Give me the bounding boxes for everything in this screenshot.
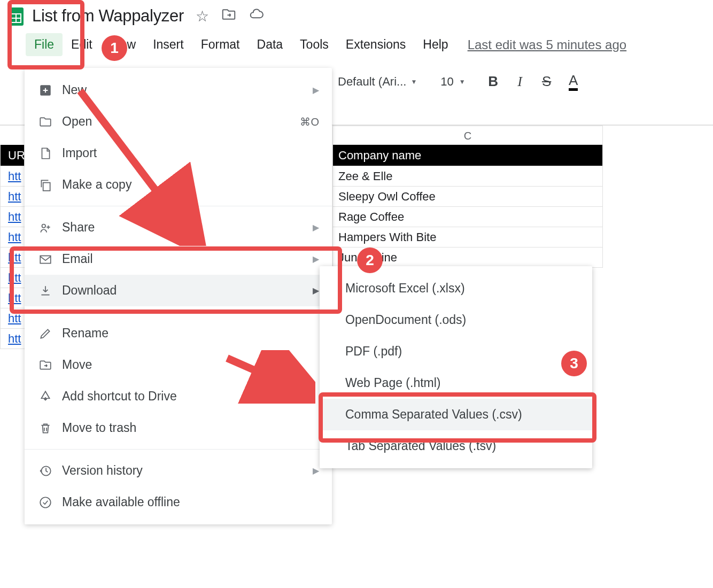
menu-insert[interactable]: Insert	[144, 33, 192, 56]
menu-available-offline[interactable]: Make available offline	[25, 486, 332, 518]
menu-label: Move	[62, 358, 92, 372]
annotation-arrow-icon	[219, 350, 315, 404]
download-xlsx[interactable]: Microsoft Excel (.xlsx)	[320, 273, 592, 304]
download-tsv[interactable]: Tab Separated Values (.tsv)	[320, 430, 592, 462]
strikethrough-button[interactable]: S	[537, 73, 556, 90]
menu-label: Version history	[62, 463, 143, 478]
menu-download[interactable]: Download ▶	[25, 275, 332, 306]
svg-line-10	[80, 91, 182, 225]
svg-point-9	[40, 497, 51, 508]
download-ods[interactable]: OpenDocument (.ods)	[320, 304, 592, 336]
cell-header[interactable]: URL	[0, 145, 25, 166]
table-row[interactable]: htt	[0, 329, 25, 349]
font-size-label: 10	[440, 75, 453, 89]
menu-label: Make available offline	[62, 495, 180, 509]
menu-rename[interactable]: Rename	[25, 318, 332, 349]
annotation-badge: 1	[102, 35, 127, 61]
chevron-down-icon: ▼	[410, 78, 417, 86]
menu-label: Email	[62, 252, 93, 266]
chevron-right-icon: ▶	[313, 285, 319, 296]
table-row[interactable]: htt	[0, 288, 25, 308]
download-csv[interactable]: Comma Separated Values (.csv)	[320, 399, 592, 430]
table-row[interactable]: Zee & Elle	[332, 166, 603, 187]
drive-shortcut-icon	[37, 390, 53, 404]
menu-extensions[interactable]: Extensions	[337, 33, 415, 56]
folder-icon	[37, 115, 53, 129]
table-row[interactable]: Hampers With Bite	[332, 227, 603, 247]
cloud-status-icon[interactable]	[249, 6, 265, 26]
svg-point-6	[42, 224, 46, 228]
menu-edit[interactable]: Edit	[63, 33, 101, 56]
svg-rect-5	[43, 182, 50, 190]
chevron-right-icon: ▶	[313, 222, 319, 233]
text-color-button[interactable]: A	[564, 72, 583, 91]
menu-tools[interactable]: Tools	[291, 33, 337, 56]
table-row[interactable]: Sleepy Owl Coffee	[332, 187, 603, 207]
download-submenu: Microsoft Excel (.xlsx) OpenDocument (.o…	[320, 266, 592, 468]
annotation-badge: 3	[561, 351, 587, 376]
move-icon	[37, 358, 53, 372]
pencil-icon	[37, 327, 53, 341]
table-row[interactable]: htt	[0, 227, 25, 247]
menu-file[interactable]: File	[26, 33, 63, 56]
share-icon	[37, 221, 53, 235]
menu-format[interactable]: Format	[192, 33, 249, 56]
chevron-right-icon: ▶	[313, 85, 319, 95]
divider	[25, 312, 332, 312]
copy-icon	[37, 178, 53, 192]
svg-line-11	[227, 358, 294, 388]
annotation-arrow-icon	[69, 80, 208, 246]
menu-label: Rename	[62, 326, 108, 341]
table-row[interactable]: htt	[0, 207, 25, 227]
italic-button[interactable]: I	[510, 74, 530, 90]
menu-data[interactable]: Data	[249, 33, 292, 56]
download-pdf[interactable]: PDF (.pdf)	[320, 336, 592, 367]
download-html[interactable]: Web Page (.html)	[320, 367, 592, 399]
sheets-logo-icon	[5, 5, 27, 27]
svg-rect-7	[40, 256, 51, 263]
last-edit-link[interactable]: Last edit was 5 minutes ago	[468, 37, 627, 52]
email-icon	[37, 252, 53, 266]
trash-icon	[37, 421, 53, 435]
font-name-select[interactable]: Default (Ari... ▼	[338, 75, 417, 89]
menu-move-trash[interactable]: Move to trash	[25, 412, 332, 444]
import-icon	[37, 146, 53, 160]
offline-icon	[37, 496, 53, 509]
table-row[interactable]: Rage Coffee	[332, 207, 603, 227]
column-header[interactable]: C	[332, 126, 603, 145]
star-icon[interactable]: ☆	[196, 7, 209, 25]
table-row[interactable]: htt	[0, 308, 25, 329]
chevron-right-icon: ▶	[313, 466, 319, 476]
plus-icon	[37, 83, 53, 97]
bold-button[interactable]: B	[484, 73, 503, 90]
download-icon	[37, 284, 53, 298]
menu-help[interactable]: Help	[414, 33, 456, 56]
chevron-right-icon: ▶	[313, 254, 319, 264]
annotation-badge: 2	[357, 247, 383, 273]
cell-header[interactable]: Company name	[332, 145, 603, 166]
move-folder-icon[interactable]	[221, 6, 237, 26]
document-title[interactable]: List from Wappalyzer	[32, 6, 184, 26]
table-row[interactable]: htt	[0, 268, 25, 288]
menu-version-history[interactable]: Version history ▶	[25, 455, 332, 486]
table-row[interactable]: htt	[0, 166, 25, 187]
menu-label: Add shortcut to Drive	[62, 389, 177, 404]
table-row[interactable]: htt	[0, 247, 25, 268]
font-name-label: Default (Ari...	[338, 75, 406, 89]
table-row[interactable]: htt	[0, 187, 25, 207]
menu-label: Download	[62, 283, 117, 298]
font-size-select[interactable]: 10 ▼	[440, 75, 465, 89]
chevron-down-icon: ▼	[459, 78, 466, 86]
history-icon	[37, 464, 53, 478]
menu-email[interactable]: Email ▶	[25, 243, 332, 275]
menu-label: Move to trash	[62, 421, 136, 435]
divider	[25, 449, 332, 450]
keyboard-shortcut: ⌘O	[300, 115, 319, 128]
